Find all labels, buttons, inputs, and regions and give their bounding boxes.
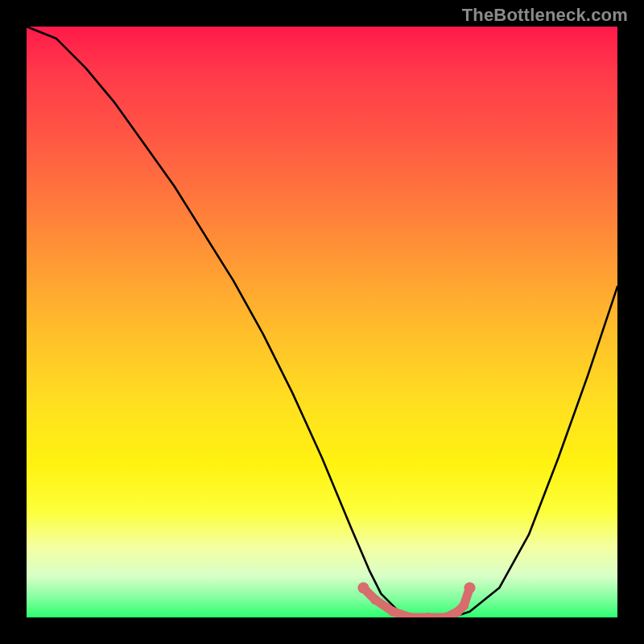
watermark-text: TheBottleneck.com <box>462 5 628 26</box>
marker-dot <box>370 595 380 605</box>
curve-bottom-markers <box>357 582 475 617</box>
bottleneck-curve <box>27 27 617 617</box>
marker-dot <box>388 607 398 617</box>
marker-dot <box>357 582 369 593</box>
chart-svg <box>27 27 617 617</box>
marker-dot <box>459 601 469 610</box>
plot-area <box>27 27 617 617</box>
marker-dot <box>464 582 476 593</box>
chart-frame: TheBottleneck.com <box>0 0 644 644</box>
bottleneck-curve-path <box>27 27 617 617</box>
